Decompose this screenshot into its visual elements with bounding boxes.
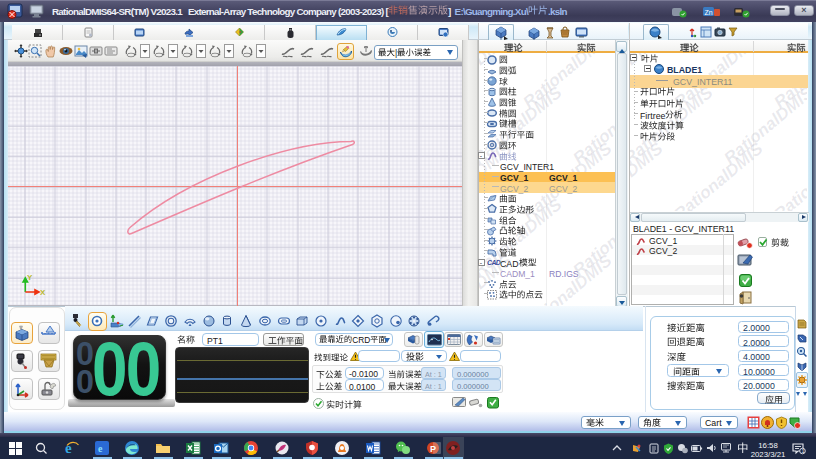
svg-text:X: X [40,288,46,297]
svg-text:Zn: Zn [705,9,713,16]
svg-text:e: e [98,443,103,454]
svg-text:1: 1 [802,448,805,454]
svg-text:Y: Y [27,273,33,282]
svg-text:P: P [430,444,436,454]
